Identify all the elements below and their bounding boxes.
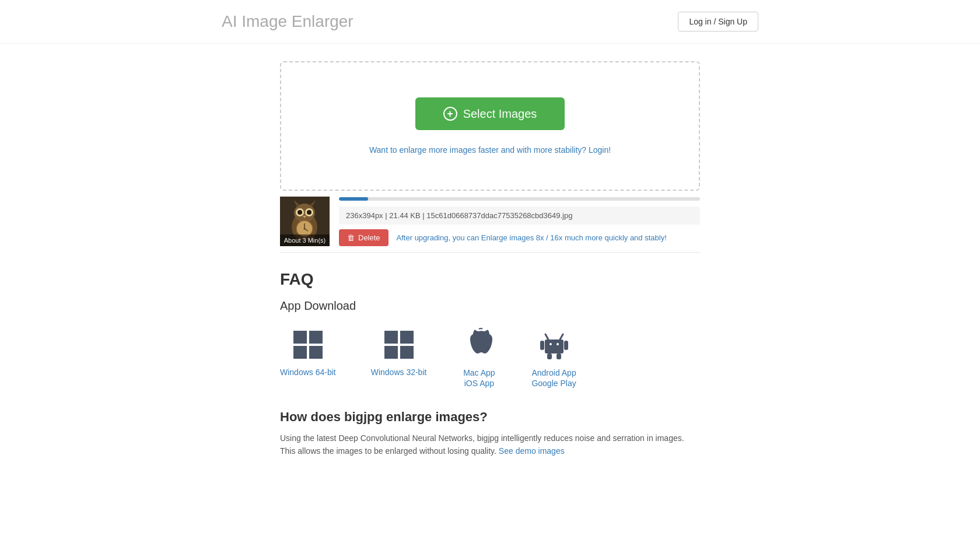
how-description: Using the latest Deep Convolutional Neur… [280,432,700,458]
file-actions: 🗑 Delete After upgrading, you can Enlarg… [339,229,700,246]
file-info: 236x394px | 21.44 KB | 15c61d0668737ddac… [330,197,700,246]
login-button[interactable]: Log in / Sign Up [678,12,758,32]
how-title: How does bigjpg enlarge images? [280,410,700,425]
svg-rect-14 [293,331,307,344]
progress-bar-wrapper [339,197,700,201]
app-icons-row: Windows 64-bit Windows 32-bit [280,327,700,388]
svg-rect-27 [540,341,544,350]
app-item-mac[interactable]: Mac App iOS App [461,327,496,388]
android-app-link[interactable]: Android App [531,368,576,377]
delete-label: Delete [358,233,380,242]
file-thumbnail: About 3 Min(s) [280,197,330,246]
svg-line-24 [560,334,563,340]
header: AI Image Enlarger Log in / Sign Up [0,0,980,44]
svg-rect-22 [545,340,564,354]
svg-rect-16 [293,346,307,359]
select-images-button[interactable]: + Select Images [415,97,565,130]
demo-link[interactable]: See demo images [499,446,565,456]
win32-link[interactable]: Windows 32-bit [371,368,427,377]
app-title: AI Image Enlarger [222,12,354,31]
ios-app-link[interactable]: iOS App [464,379,494,388]
upload-zone[interactable]: + Select Images Want to enlarge more ima… [280,61,700,191]
progress-bar-fill [339,197,368,201]
apple-icon [461,327,496,362]
svg-line-23 [545,334,548,340]
windows-32-icon [382,327,416,362]
win64-link[interactable]: Windows 64-bit [280,368,336,377]
svg-rect-18 [384,331,398,344]
file-row: About 3 Min(s) 236x394px | 21.44 KB | 15… [280,197,700,253]
svg-rect-29 [547,354,552,359]
svg-point-25 [550,343,552,345]
upgrade-message: After upgrading, you can Enlarge images … [397,233,667,242]
mac-links: Mac App iOS App [463,368,495,388]
app-item-win32[interactable]: Windows 32-bit [371,327,427,377]
windows-64-icon [290,327,326,362]
mac-app-link[interactable]: Mac App [463,368,495,377]
svg-rect-19 [400,331,414,344]
google-play-link[interactable]: Google Play [531,379,576,388]
svg-rect-21 [400,346,414,359]
svg-rect-17 [309,346,323,359]
file-metadata: 236x394px | 21.44 KB | 15c61d0668737ddac… [339,206,700,225]
svg-point-26 [556,343,559,345]
app-item-win64[interactable]: Windows 64-bit [280,327,336,377]
main-content: + Select Images Want to enlarge more ima… [268,44,712,475]
plus-icon: + [443,107,457,121]
login-prompt[interactable]: Want to enlarge more images faster and w… [293,145,687,155]
svg-point-7 [298,210,302,215]
svg-rect-15 [309,331,323,344]
processing-time-label: About 3 Min(s) [280,235,330,246]
delete-button[interactable]: 🗑 Delete [339,229,388,246]
svg-rect-28 [564,341,568,350]
select-button-label: Select Images [463,107,537,121]
app-item-android[interactable]: Android App Google Play [531,327,576,388]
svg-rect-30 [556,354,561,359]
svg-point-8 [307,210,312,215]
faq-section: FAQ App Download Windows 64-bit [280,270,700,458]
faq-title: FAQ [280,270,700,289]
android-links: Android App Google Play [531,368,576,388]
android-icon [537,327,572,362]
trash-icon: 🗑 [347,233,355,242]
app-download-title: App Download [280,299,700,313]
svg-rect-20 [384,346,398,359]
